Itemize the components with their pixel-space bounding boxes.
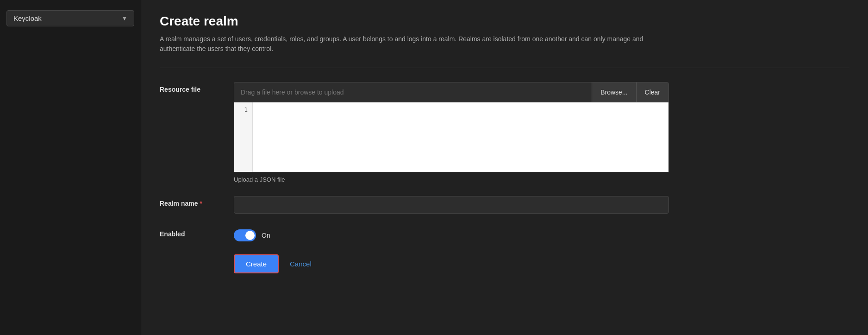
enabled-row: Enabled On <box>160 227 669 241</box>
resource-file-label: Resource file <box>160 82 234 93</box>
main-content: Create realm A realm manages a set of us… <box>141 0 868 335</box>
code-editor: 1 <box>234 102 669 172</box>
chevron-down-icon: ▼ <box>122 15 127 22</box>
enabled-control: On <box>234 227 669 241</box>
enabled-toggle[interactable] <box>234 229 256 241</box>
realm-name-control <box>234 196 669 214</box>
toggle-thumb <box>245 231 255 240</box>
clear-button[interactable]: Clear <box>636 82 668 102</box>
cancel-button[interactable]: Cancel <box>286 255 315 272</box>
required-indicator: * <box>200 200 202 207</box>
line-numbers: 1 <box>234 102 253 172</box>
page-description: A realm manages a set of users, credenti… <box>160 34 669 54</box>
action-buttons: Create Cancel <box>160 254 669 273</box>
toggle-state-label: On <box>262 232 270 239</box>
divider <box>160 68 849 68</box>
sidebar: Keycloak ▼ <box>0 0 141 335</box>
line-number-1: 1 <box>239 106 248 113</box>
browse-button[interactable]: Browse... <box>592 82 636 102</box>
upload-hint: Upload a JSON file <box>234 176 669 183</box>
realm-name-label: Realm name* <box>160 196 234 207</box>
realm-name-input[interactable] <box>234 196 669 214</box>
resource-file-control: Drag a file here or browse to upload Bro… <box>234 82 669 183</box>
toggle-track <box>234 229 256 241</box>
resource-file-row: Resource file Drag a file here or browse… <box>160 82 669 183</box>
file-upload-placeholder: Drag a file here or browse to upload <box>234 88 592 96</box>
realm-dropdown-label: Keycloak <box>13 14 42 22</box>
realm-dropdown[interactable]: Keycloak ▼ <box>6 10 134 26</box>
realm-name-row: Realm name* <box>160 196 669 214</box>
create-button[interactable]: Create <box>234 254 279 273</box>
code-textarea[interactable] <box>253 102 668 172</box>
page-title: Create realm <box>160 14 849 29</box>
file-upload-bar: Drag a file here or browse to upload Bro… <box>234 82 669 102</box>
create-realm-form: Resource file Drag a file here or browse… <box>160 82 669 273</box>
enabled-label: Enabled <box>160 227 234 238</box>
toggle-wrap: On <box>234 227 669 241</box>
